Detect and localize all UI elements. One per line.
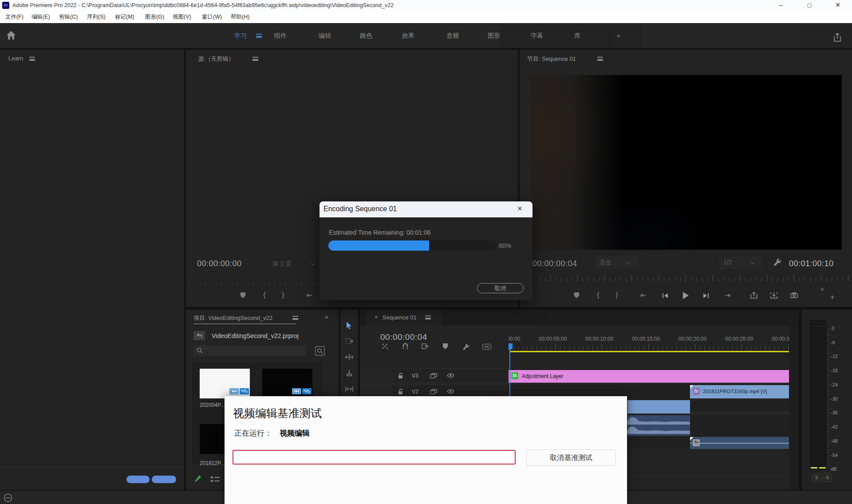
timeline-panel-menu-icon[interactable] <box>425 315 431 319</box>
project-search-input[interactable] <box>193 345 306 356</box>
menu-view[interactable]: 视图(V) <box>173 11 191 23</box>
program-panel-menu-icon[interactable] <box>597 57 603 61</box>
timeline-settings-wrench-icon[interactable] <box>462 343 470 350</box>
program-goto-out-icon[interactable]: ⇥ <box>725 291 730 299</box>
source-goto-in-icon[interactable]: ⇤ <box>307 291 312 299</box>
project-overflow-icon[interactable]: » <box>325 313 328 320</box>
program-more-icon[interactable]: » <box>820 285 824 292</box>
clip-adjustment-layer[interactable]: fx Adjustment Layer <box>509 370 789 383</box>
track-v3-label[interactable]: V3 <box>412 373 418 379</box>
program-panel-title[interactable]: 节目: Sequence 01 <box>527 55 576 63</box>
track-lock-icon[interactable] <box>398 389 403 395</box>
encoding-cancel-button[interactable]: 取消 <box>477 283 524 293</box>
tool-slip-icon[interactable] <box>345 386 353 392</box>
timeline-ruler[interactable]: 00:00:00:00 00:00:05:00 00:00:10:00 00:0… <box>509 336 789 351</box>
program-timecode[interactable]: 00:00:00:04 <box>532 259 577 268</box>
program-video-preview[interactable] <box>531 75 842 250</box>
timeline-add-marker-icon[interactable] <box>442 343 448 350</box>
tool-razor-icon[interactable] <box>346 370 352 377</box>
maximize-button[interactable]: ▢ <box>799 0 820 11</box>
menu-help[interactable]: 帮助(H) <box>231 11 249 23</box>
program-lift-icon[interactable] <box>750 292 757 299</box>
timeline-linked-selection-icon[interactable] <box>382 343 388 350</box>
tab-audio[interactable]: 音频 <box>446 23 459 48</box>
program-step-forward-icon[interactable] <box>703 293 709 299</box>
timeline-nest-icon[interactable] <box>422 343 429 350</box>
minimize-button[interactable]: – <box>771 0 791 11</box>
project-thumbnail-1-label[interactable]: 202004P... <box>200 402 225 408</box>
source-timecode[interactable]: 00:00:00:00 <box>197 259 242 268</box>
learn-nav-button-prev[interactable] <box>126 476 150 483</box>
project-file-name[interactable]: VideoEditingSecond_v22.prproj <box>212 332 299 339</box>
learn-nav-button-next[interactable] <box>152 476 176 483</box>
clip-video-v1[interactable] <box>627 400 690 413</box>
program-extract-icon[interactable] <box>770 292 777 299</box>
project-edit-pencil-icon[interactable] <box>194 475 201 483</box>
tab-captions[interactable]: 字幕 <box>531 23 543 48</box>
encoding-dialog-close-icon[interactable]: × <box>517 204 522 213</box>
program-export-frame-icon[interactable] <box>790 292 798 298</box>
timeline-scrollbar-strip[interactable] <box>789 325 799 490</box>
tool-selection-icon[interactable] <box>346 322 352 329</box>
track-v2-label[interactable]: V2 <box>412 389 418 395</box>
benchmark-cancel-button[interactable]: 取消基准测试 <box>526 449 616 466</box>
tab-graphics[interactable]: 图形 <box>488 23 500 48</box>
tab-learning[interactable]: 学习 <box>234 23 247 48</box>
clip-audio-a1[interactable] <box>627 415 690 436</box>
tab-libraries[interactable]: 库 <box>574 23 580 48</box>
track-sync-lock-icon[interactable] <box>430 373 437 379</box>
learn-panel-menu-icon[interactable] <box>29 57 35 61</box>
program-resolution-select[interactable]: 1/2 <box>719 256 762 269</box>
export-icon[interactable] <box>833 32 842 42</box>
solo-right-button[interactable]: S <box>823 473 832 482</box>
program-goto-in-icon[interactable]: ⇤ <box>640 291 646 299</box>
learn-panel-title[interactable]: Learn <box>8 55 23 62</box>
solo-left-button[interactable]: S <box>812 473 821 482</box>
menu-clip[interactable]: 剪辑(C) <box>59 11 78 23</box>
clip-video-v2[interactable]: fx 201811PRGT2160p.mp4 [V] <box>690 385 789 398</box>
tool-ripple-edit-icon[interactable] <box>345 354 353 360</box>
track-sync-lock-icon[interactable] <box>430 389 437 395</box>
source-mark-in-icon[interactable]: { <box>263 291 266 299</box>
menu-edit[interactable]: 编辑(E) <box>32 11 50 23</box>
program-mark-out-icon[interactable]: } <box>615 291 618 299</box>
program-settings-wrench-icon[interactable] <box>773 258 782 267</box>
source-add-marker-icon[interactable] <box>240 292 246 299</box>
tool-track-select-icon[interactable] <box>345 338 353 344</box>
menu-markers[interactable]: 标记(M) <box>115 11 134 23</box>
track-lock-icon[interactable] <box>398 373 403 379</box>
project-search-bin-icon[interactable] <box>315 346 325 356</box>
encoding-dialog-titlebar[interactable]: Encoding Sequence 01 × <box>320 201 532 217</box>
program-add-button-icon[interactable]: + <box>830 293 835 302</box>
project-thumbnail-3-label[interactable]: 201812P... <box>200 460 225 466</box>
home-icon[interactable] <box>6 31 16 40</box>
project-up-folder-icon[interactable] <box>193 331 205 340</box>
program-zoom-select[interactable]: 适合 <box>595 256 638 269</box>
tab-editing[interactable]: 编辑 <box>319 23 331 48</box>
menu-graphics[interactable]: 图形(G) <box>145 11 164 23</box>
clip-audio-a2[interactable]: fx <box>690 437 789 449</box>
project-list-view-icon[interactable] <box>211 476 220 482</box>
project-panel-menu-icon[interactable] <box>292 316 298 320</box>
timeline-timecode[interactable]: 00:00:00:04 <box>380 332 427 342</box>
menu-file[interactable]: 文件(F) <box>5 11 24 23</box>
timeline-tab[interactable]: × Sequence 01 <box>366 310 442 325</box>
program-mark-in-icon[interactable]: { <box>597 291 600 299</box>
program-play-icon[interactable] <box>682 292 689 299</box>
program-step-back-icon[interactable] <box>662 293 668 299</box>
learning-tab-menu-icon[interactable] <box>256 34 262 38</box>
track-eye-icon[interactable] <box>447 373 454 378</box>
project-thumbnail-1[interactable] <box>200 369 250 398</box>
menu-window[interactable]: 窗口(W) <box>202 11 222 23</box>
creative-cloud-icon[interactable] <box>4 493 12 502</box>
timeline-tab-close-icon[interactable]: × <box>375 314 378 320</box>
menu-sequence[interactable]: 序列(S) <box>87 11 106 23</box>
source-page-selector[interactable]: 第 1 页 <box>272 260 292 268</box>
project-thumbnail-2[interactable] <box>262 369 312 398</box>
project-panel-title[interactable]: 项目: VideoEditingSecond_v22 <box>193 314 272 322</box>
timeline-snap-magnet-icon[interactable] <box>402 343 409 350</box>
timeline-tab-title[interactable]: Sequence 01 <box>383 314 417 321</box>
program-ruler[interactable] <box>523 275 848 282</box>
more-workspaces-icon[interactable]: » <box>617 23 620 48</box>
timeline-captions-icon[interactable]: CC <box>482 344 491 350</box>
